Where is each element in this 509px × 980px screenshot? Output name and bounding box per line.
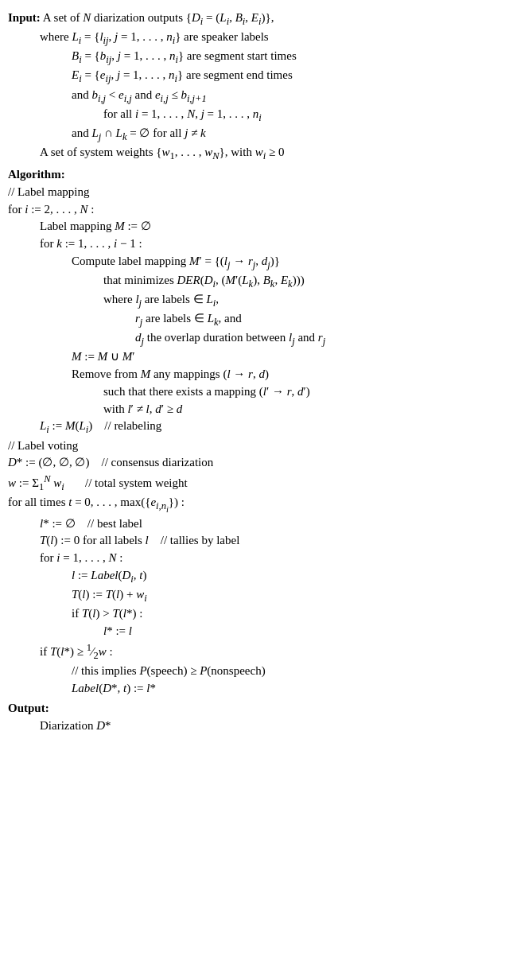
where-lj: where lj are labels ∈ Li, <box>8 291 501 310</box>
tl-update: T(l) := T(l) + wi <box>8 586 501 605</box>
input-line: Input: A set of N diarization outputs {D… <box>8 10 501 29</box>
line-where-li: where Li = {lij, j = 1, . . . , ni} are … <box>8 29 501 48</box>
such-that-exists: such that there exists a mapping (l′ → r… <box>8 383 501 401</box>
remove-from-m: Remove from M any mappings (l → r, d) <box>8 366 501 383</box>
label-mapping-m: Label mapping M := ∅ <box>8 218 501 235</box>
m-union: M := M ∪ M′ <box>8 348 501 366</box>
output-diarization: Diarization D* <box>8 718 501 735</box>
with-condition: with l′ ≠ l, d′ ≥ d <box>8 401 501 418</box>
for-i-inner: for i = 1, . . . , N : <box>8 550 501 567</box>
comment-label-voting: // Label voting <box>8 438 501 455</box>
comment-label-mapping: // Label mapping <box>8 184 501 201</box>
l-star-assign: l* := l <box>8 623 501 640</box>
input-label: Input: <box>8 11 41 24</box>
li-relabeling: Li := M(Li) // relabeling <box>8 418 501 437</box>
if-tl-gt: if T(l) > T(l*) : <box>8 605 501 623</box>
line-bi: Bi = {bij, j = 1, . . . , ni} are segmen… <box>8 48 501 67</box>
l-star-init: l* := ∅ // best label <box>8 515 501 533</box>
input-text: A set of N diarization outputs {Di = (Li… <box>43 11 274 24</box>
line-system-weights: A set of system weights {w1, . . . , wN}… <box>8 144 501 163</box>
for-k-loop: for k := 1, . . . , i − 1 : <box>8 235 501 253</box>
algorithm-container: Input: A set of N diarization outputs {D… <box>8 10 501 735</box>
w-sum: w := Σ1N wi // total system weight <box>8 472 501 494</box>
rj-labels: rj are labels ∈ Lk, and <box>8 310 501 329</box>
label-d-star: Label(D*, t) := l* <box>8 680 501 698</box>
algorithm-label: Algorithm: <box>8 166 501 184</box>
if-t-lstar: if T(l*) ≥ 1⁄2w : <box>8 640 501 663</box>
compute-mapping: Compute label mapping M′ = {(lj → rj, dj… <box>8 253 501 272</box>
line-forall-i: for all i = 1, . . . , N, j = 1, . . . ,… <box>8 106 501 125</box>
line-lj-lk: and Lj ∩ Lk = ∅ for all j ≠ k <box>8 125 501 144</box>
output-label: Output: <box>8 700 501 718</box>
d-star-init: D* := (∅, ∅, ∅) // consensus diarization <box>8 454 501 472</box>
l-label-assign: l := Label(Di, t) <box>8 567 501 586</box>
comment-implies: // this implies P(speech) ≥ P(nonspeech) <box>8 663 501 680</box>
minimizes-der: that minimizes DER(Di, (M′(Lk), Bk, Ek))… <box>8 272 501 291</box>
tl-init: T(l) := 0 for all labels l // tallies by… <box>8 532 501 550</box>
for-i-loop: for i := 2, . . . , N : <box>8 201 501 219</box>
dj-overlap: dj the overlap duration between lj and r… <box>8 329 501 348</box>
line-ei: Ei = {eij, j = 1, . . . , ni} are segmen… <box>8 67 501 86</box>
line-bij-constraint: and bi,j < ei,j and ei,j ≤ bi,j+1 <box>8 87 501 106</box>
for-all-times: for all times t = 0, . . . , max({ei,ni}… <box>8 494 501 515</box>
